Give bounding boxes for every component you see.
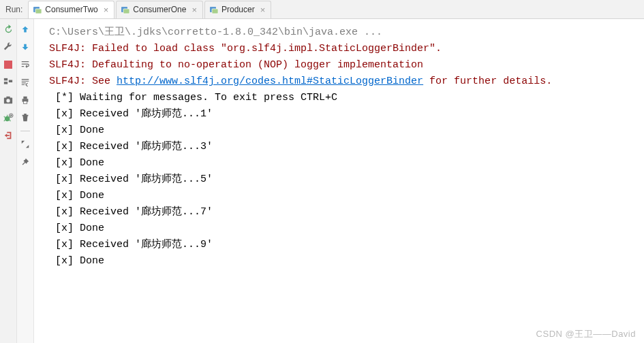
- console-text: [x] Done: [49, 190, 104, 201]
- watermark: CSDN @王卫——David: [536, 328, 636, 340]
- scroll-to-end-icon[interactable]: [19, 76, 31, 88]
- console-link[interactable]: http://www.slf4j.org/codes.html#StaticLo…: [117, 76, 423, 87]
- console-text: SLF4J: See: [49, 76, 117, 87]
- svg-rect-16: [23, 97, 27, 99]
- tab-label: ConsumerTwo: [45, 5, 97, 14]
- console-text: [x] Done: [49, 157, 104, 169]
- console-text: C:\Users\王卫\.jdks\corretto-1.8.0_342\bin…: [49, 27, 382, 38]
- close-icon[interactable]: ×: [104, 5, 109, 15]
- console-text: for further details.: [423, 76, 552, 87]
- svg-point-13: [4, 116, 10, 121]
- arrow-down-icon[interactable]: [19, 41, 31, 53]
- exit-icon[interactable]: [2, 129, 14, 142]
- svg-rect-1: [35, 9, 42, 14]
- console-text: [x] Done: [49, 125, 104, 136]
- pin-icon[interactable]: [19, 156, 31, 168]
- console-text: [x] Done: [49, 223, 104, 234]
- tab-consumertwo[interactable]: ConsumerTwo×: [28, 1, 114, 18]
- run-label: Run:: [3, 5, 28, 14]
- svg-rect-3: [123, 9, 129, 14]
- run-config-icon: [209, 5, 219, 14]
- console-text: [*] Waiting for messages. To exit press …: [49, 92, 337, 103]
- console-line: [x] Done: [49, 122, 637, 139]
- run-config-icon: [121, 5, 130, 14]
- console-line: [x] Done: [49, 155, 637, 172]
- svg-rect-6: [4, 61, 12, 69]
- inner-toolbar: [17, 19, 34, 343]
- console-line: [x] Received '廊坊师范...1': [49, 106, 637, 122]
- debug-tree-icon[interactable]: [2, 76, 14, 88]
- svg-point-11: [6, 99, 10, 102]
- svg-rect-17: [23, 101, 27, 104]
- run-tool-window-body: C:\Users\王卫\.jdks\corretto-1.8.0_342\bin…: [0, 19, 644, 343]
- console-line: [x] Received '廊坊师范...5': [49, 172, 637, 188]
- console-text: [x] Done: [49, 255, 104, 267]
- console-text: [x] Received '廊坊师范...3': [49, 141, 213, 152]
- tab-producer[interactable]: Producer×: [204, 1, 271, 18]
- tab-label: Producer: [221, 5, 255, 14]
- tab-consumerone[interactable]: ConsumerOne×: [116, 1, 203, 18]
- console-text: [x] Received '廊坊师范...1': [49, 108, 213, 120]
- console-text: SLF4J: Failed to load class "org.slf4j.i…: [49, 43, 442, 54]
- console-output[interactable]: C:\Users\王卫\.jdks\corretto-1.8.0_342\bin…: [34, 19, 644, 343]
- console-line: [x] Done: [49, 220, 637, 237]
- run-config-icon: [33, 5, 42, 14]
- expand-icon[interactable]: [19, 138, 31, 150]
- console-line: [x] Done: [49, 188, 637, 204]
- left-toolbar: [0, 19, 17, 343]
- run-tabs: ConsumerTwo×ConsumerOne×Producer×: [28, 1, 273, 18]
- console-line: SLF4J: Failed to load class "org.slf4j.i…: [49, 41, 637, 57]
- bug-settings-icon[interactable]: [2, 112, 14, 124]
- close-icon[interactable]: ×: [260, 5, 266, 15]
- console-line: [x] Received '廊坊师范...9': [49, 237, 637, 253]
- svg-rect-9: [9, 80, 12, 83]
- svg-rect-7: [4, 78, 7, 81]
- console-text: SLF4J: Defaulting to no-operation (NOP) …: [49, 59, 423, 71]
- tab-label: ConsumerOne: [133, 5, 186, 14]
- svg-rect-12: [6, 97, 10, 99]
- run-tool-window-header: Run: ConsumerTwo×ConsumerOne×Producer×: [0, 0, 644, 19]
- stop-icon[interactable]: [2, 59, 14, 71]
- console-line: [x] Received '廊坊师范...7': [49, 204, 637, 220]
- console-line: SLF4J: Defaulting to no-operation (NOP) …: [49, 57, 637, 74]
- console-text: [x] Received '廊坊师范...7': [49, 206, 213, 218]
- console-line: [x] Received '廊坊师范...3': [49, 139, 637, 155]
- print-icon[interactable]: [19, 94, 31, 106]
- toolbar-divider: [20, 131, 30, 131]
- wrench-icon[interactable]: [2, 41, 14, 53]
- svg-rect-8: [4, 82, 7, 84]
- console-text: [x] Received '廊坊师范...5': [49, 174, 213, 185]
- console-line: C:\Users\王卫\.jdks\corretto-1.8.0_342\bin…: [49, 24, 637, 41]
- arrow-up-icon[interactable]: [19, 23, 31, 35]
- delete-icon[interactable]: [19, 112, 31, 124]
- console-text: [x] Received '廊坊师范...9': [49, 239, 213, 250]
- close-icon[interactable]: ×: [191, 5, 197, 15]
- console-line: SLF4J: See http://www.slf4j.org/codes.ht…: [49, 74, 637, 90]
- rerun-icon[interactable]: [2, 23, 14, 35]
- wrap-text-icon[interactable]: [19, 59, 31, 71]
- console-line: [x] Done: [49, 253, 637, 270]
- camera-icon[interactable]: [2, 94, 14, 106]
- console-line: [*] Waiting for messages. To exit press …: [49, 90, 637, 106]
- svg-rect-5: [212, 9, 218, 14]
